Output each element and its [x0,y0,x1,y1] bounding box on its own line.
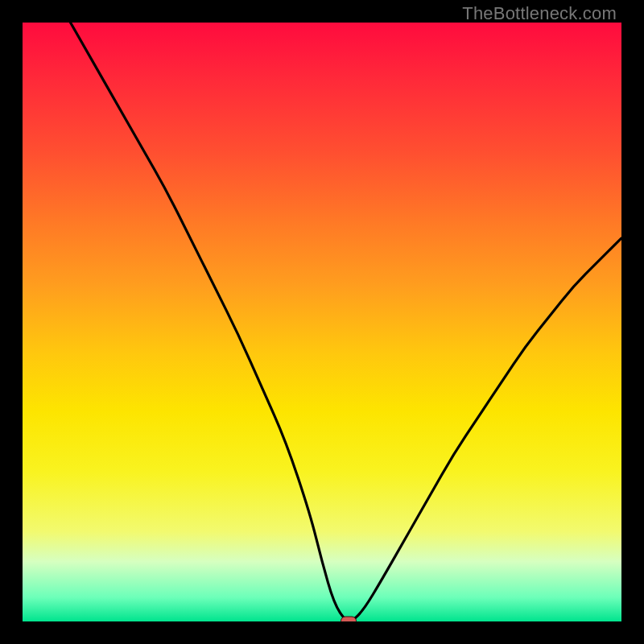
curve-svg [23,23,621,621]
min-marker [341,617,357,622]
plot-area [23,23,621,621]
chart-frame: TheBottleneck.com [0,0,644,644]
bottleneck-curve-path [71,23,621,621]
watermark-text: TheBottleneck.com [462,3,617,24]
